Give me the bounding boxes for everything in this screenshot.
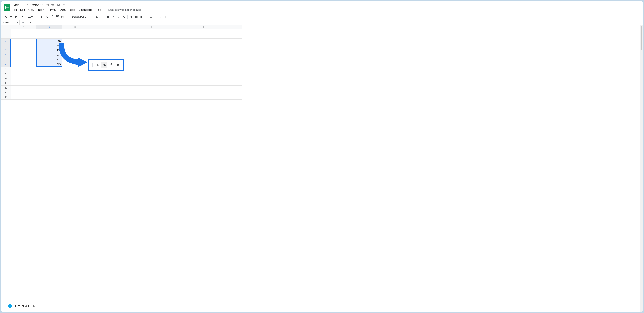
cell-A11[interactable] xyxy=(11,76,36,81)
menu-view[interactable]: View xyxy=(28,8,34,12)
column-header-E[interactable]: E xyxy=(114,25,139,29)
strikethrough-button[interactable]: S xyxy=(116,14,121,19)
cell-I6[interactable] xyxy=(216,53,242,58)
cell-E11[interactable] xyxy=(114,76,139,81)
cell-H6[interactable] xyxy=(190,53,216,58)
cell-C7[interactable] xyxy=(62,58,88,62)
cell-B13[interactable] xyxy=(36,86,62,90)
text-color-button[interactable]: A xyxy=(122,14,126,19)
cell-D14[interactable] xyxy=(88,90,114,95)
move-icon[interactable] xyxy=(57,4,60,6)
cell-A7[interactable] xyxy=(11,58,36,62)
column-header-I[interactable]: I xyxy=(216,25,242,29)
cell-F6[interactable] xyxy=(139,53,165,58)
name-box[interactable]: B3:B8▼ xyxy=(2,20,20,25)
format-percent-button[interactable]: % xyxy=(101,62,107,68)
cell-D12[interactable] xyxy=(88,81,114,86)
cell-E13[interactable] xyxy=(114,86,139,90)
cell-E15[interactable] xyxy=(114,95,139,100)
undo-button[interactable] xyxy=(3,14,8,19)
cell-G1[interactable] xyxy=(165,29,190,34)
cell-I7[interactable] xyxy=(216,58,242,62)
vertical-scrollbar[interactable] xyxy=(640,25,642,312)
row-header-9[interactable]: 9 xyxy=(2,67,11,72)
cell-A2[interactable] xyxy=(11,34,36,38)
cell-H14[interactable] xyxy=(190,90,216,95)
column-header-H[interactable]: H xyxy=(190,25,216,29)
cell-G7[interactable] xyxy=(165,58,190,62)
cell-E3[interactable] xyxy=(114,38,139,43)
cell-G14[interactable] xyxy=(165,90,190,95)
text-wrap-button[interactable]: ▼ xyxy=(162,14,169,19)
merge-cells-button[interactable]: ▼ xyxy=(140,14,146,19)
cell-F3[interactable] xyxy=(139,38,165,43)
menu-insert[interactable]: Insert xyxy=(38,8,44,12)
cell-G9[interactable] xyxy=(165,67,190,72)
scrollbar-thumb[interactable] xyxy=(641,26,642,50)
cell-F2[interactable] xyxy=(139,34,165,38)
cell-A10[interactable] xyxy=(11,72,36,76)
cell-E2[interactable] xyxy=(114,34,139,38)
cell-I1[interactable] xyxy=(216,29,242,34)
cell-B8[interactable]: 299 xyxy=(36,62,62,67)
row-header-5[interactable]: 5 xyxy=(2,48,11,53)
row-header-11[interactable]: 11 xyxy=(2,76,11,81)
cell-C6[interactable] xyxy=(62,53,88,58)
cell-G10[interactable] xyxy=(165,72,190,76)
cell-C8[interactable] xyxy=(62,62,88,67)
cell-B2[interactable] xyxy=(36,34,62,38)
cell-F5[interactable] xyxy=(139,48,165,53)
paint-format-button[interactable] xyxy=(19,14,24,19)
row-header-12[interactable]: 12 xyxy=(2,81,11,86)
cell-I3[interactable] xyxy=(216,38,242,43)
select-all-corner[interactable] xyxy=(2,25,11,29)
cell-G4[interactable] xyxy=(165,43,190,48)
row-header-10[interactable]: 10 xyxy=(2,72,11,76)
cell-H15[interactable] xyxy=(190,95,216,100)
text-rotation-button[interactable]: ▼ xyxy=(170,14,176,19)
cell-E6[interactable] xyxy=(114,53,139,58)
cell-B1[interactable] xyxy=(36,29,62,34)
cell-D6[interactable] xyxy=(88,53,114,58)
increase-decimal-button[interactable]: .00→ xyxy=(55,14,60,19)
cell-B11[interactable] xyxy=(36,76,62,81)
cell-F1[interactable] xyxy=(139,29,165,34)
cell-A12[interactable] xyxy=(11,81,36,86)
row-header-13[interactable]: 13 xyxy=(2,86,11,90)
cell-F9[interactable] xyxy=(139,67,165,72)
column-header-D[interactable]: D xyxy=(88,25,114,29)
last-edit-link[interactable]: Last edit was seconds ago xyxy=(108,8,141,12)
cell-B14[interactable] xyxy=(36,90,62,95)
cell-I4[interactable] xyxy=(216,43,242,48)
cell-C15[interactable] xyxy=(62,95,88,100)
menu-format[interactable]: Format xyxy=(48,8,56,12)
cell-B6[interactable]: 567 xyxy=(36,53,62,58)
cell-F7[interactable] xyxy=(139,58,165,62)
menu-tools[interactable]: Tools xyxy=(69,8,75,12)
cell-I11[interactable] xyxy=(216,76,242,81)
cell-I2[interactable] xyxy=(216,34,242,38)
cell-G5[interactable] xyxy=(165,48,190,53)
redo-button[interactable] xyxy=(8,14,13,19)
menu-extensions[interactable]: Extensions xyxy=(79,8,92,12)
cell-A8[interactable] xyxy=(11,62,36,67)
column-header-G[interactable]: G xyxy=(165,25,190,29)
star-icon[interactable] xyxy=(52,4,54,6)
cell-D2[interactable] xyxy=(88,34,114,38)
row-header-3[interactable]: 3 xyxy=(2,38,11,43)
cell-I5[interactable] xyxy=(216,48,242,53)
cell-E5[interactable] xyxy=(114,48,139,53)
cell-I12[interactable] xyxy=(216,81,242,86)
cell-H3[interactable] xyxy=(190,38,216,43)
borders-button[interactable] xyxy=(134,14,139,19)
print-button[interactable] xyxy=(14,14,18,19)
cell-D3[interactable] xyxy=(88,38,114,43)
format-percent-button[interactable]: % xyxy=(44,14,49,19)
cell-B15[interactable] xyxy=(36,95,62,100)
cell-G15[interactable] xyxy=(165,95,190,100)
menu-edit[interactable]: Edit xyxy=(20,8,25,12)
cell-E4[interactable] xyxy=(114,43,139,48)
cell-G12[interactable] xyxy=(165,81,190,86)
cell-C9[interactable] xyxy=(62,67,88,72)
cell-C10[interactable] xyxy=(62,72,88,76)
